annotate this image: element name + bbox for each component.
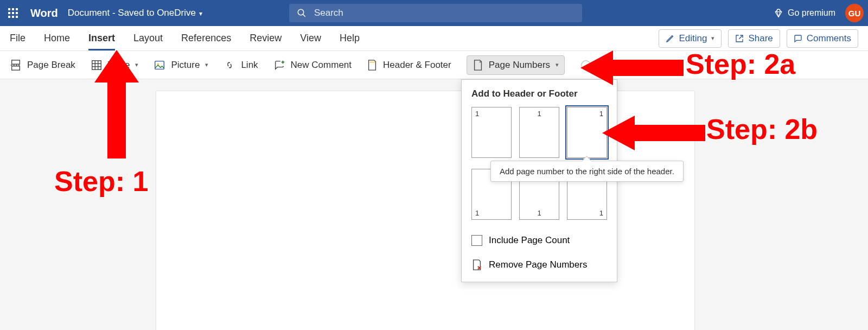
tab-view[interactable]: View: [300, 33, 321, 44]
svg-rect-2: [16, 8, 18, 10]
page-break-label: Page Break: [27, 60, 75, 71]
tab-references[interactable]: References: [181, 33, 231, 44]
new-comment-label: New Comment: [291, 60, 352, 71]
chevron-down-icon: ▾: [205, 61, 208, 68]
svg-rect-8: [16, 16, 18, 18]
comment-icon: [794, 34, 802, 43]
page-numbers-label: Page Numbers: [489, 60, 550, 71]
tab-home[interactable]: Home: [44, 33, 70, 44]
pencil-icon: [666, 34, 674, 43]
header-footer-icon: [367, 59, 378, 71]
page-break-icon: [10, 59, 22, 71]
tooltip: Add page number to the right side of the…: [490, 161, 684, 182]
header-footer-label: Header & Footer: [383, 60, 451, 71]
svg-rect-0: [8, 8, 10, 10]
tab-file[interactable]: File: [10, 33, 25, 44]
go-premium-label: Go premium: [788, 8, 835, 18]
picture-button[interactable]: Picture ▾: [154, 59, 208, 71]
svg-rect-3: [8, 12, 10, 14]
link-icon: [224, 59, 235, 71]
svg-rect-11: [12, 60, 20, 64]
app-launcher-icon[interactable]: [0, 8, 26, 18]
remove-label: Remove Page Numbers: [489, 259, 587, 270]
editing-mode-button[interactable]: Editing ▾: [659, 29, 722, 48]
svg-rect-6: [8, 16, 10, 18]
avatar-initials: GU: [848, 9, 861, 18]
go-premium-button[interactable]: Go premium: [774, 8, 835, 18]
search-icon: [297, 8, 307, 18]
new-comment-icon: [273, 59, 285, 71]
tab-help[interactable]: Help: [340, 33, 360, 44]
svg-marker-28: [94, 50, 139, 158]
chevron-down-icon: ▾: [711, 35, 714, 42]
svg-rect-5: [16, 12, 18, 14]
page-break-button[interactable]: Page Break: [10, 59, 75, 71]
header-options-row: 1 1 1: [462, 105, 617, 167]
annotation-arrow-step1: [92, 50, 141, 158]
svg-marker-30: [602, 116, 705, 150]
svg-rect-7: [12, 16, 14, 18]
tab-layout[interactable]: Layout: [133, 33, 163, 44]
avatar[interactable]: GU: [845, 4, 864, 22]
document-title[interactable]: Document - Saved to OneDrive ▾: [68, 8, 202, 18]
comments-button[interactable]: Comments: [787, 29, 858, 48]
editing-label: Editing: [679, 33, 707, 44]
share-label: Share: [748, 33, 773, 44]
annotation-arrow-step2a: [580, 49, 684, 87]
page-numbers-icon: #: [473, 59, 483, 71]
remove-icon: [471, 259, 482, 271]
header-footer-button[interactable]: Header & Footer: [367, 59, 451, 71]
svg-rect-4: [12, 12, 14, 14]
option-header-left[interactable]: 1: [471, 107, 512, 158]
chevron-down-icon: ▾: [199, 10, 202, 17]
tab-insert[interactable]: Insert: [88, 33, 115, 44]
share-icon: [735, 34, 744, 43]
search-input[interactable]: [314, 8, 575, 18]
picture-label: Picture: [171, 60, 200, 71]
share-button[interactable]: Share: [728, 29, 780, 48]
option-header-right[interactable]: 1: [567, 107, 607, 158]
link-label: Link: [241, 60, 258, 71]
tab-review[interactable]: Review: [250, 33, 282, 44]
remove-page-numbers-button[interactable]: Remove Page Numbers: [462, 252, 617, 277]
svg-rect-1: [12, 8, 14, 10]
svg-point-9: [298, 9, 304, 15]
svg-rect-19: [155, 61, 164, 69]
svg-line-10: [303, 14, 305, 17]
svg-rect-23: [369, 61, 374, 62]
premium-icon: [774, 8, 783, 18]
svg-rect-12: [12, 66, 20, 69]
checkbox-icon: [471, 235, 482, 246]
option-header-center[interactable]: 1: [519, 107, 559, 158]
picture-icon: [154, 59, 165, 71]
chevron-down-icon: ▾: [556, 61, 559, 68]
new-comment-button[interactable]: New Comment: [273, 59, 352, 71]
link-button[interactable]: Link: [224, 59, 258, 71]
title-bar: Word Document - Saved to OneDrive ▾ Go p…: [0, 0, 868, 26]
app-name: Word: [30, 7, 58, 20]
search-box[interactable]: [289, 4, 582, 22]
annotation-label-step2b: Step: 2b: [706, 113, 818, 145]
include-page-count-checkbox[interactable]: Include Page Count: [462, 229, 617, 252]
include-page-count-label: Include Page Count: [489, 235, 570, 246]
annotation-label-step1: Step: 1: [54, 165, 148, 198]
document-title-text: Document - Saved to OneDrive: [68, 8, 196, 18]
annotation-arrow-step2b: [602, 114, 705, 152]
page-numbers-button[interactable]: # Page Numbers ▾: [467, 55, 565, 75]
comments-label: Comments: [807, 33, 851, 44]
svg-marker-29: [580, 50, 684, 85]
annotation-label-step2a: Step: 2a: [686, 48, 795, 80]
